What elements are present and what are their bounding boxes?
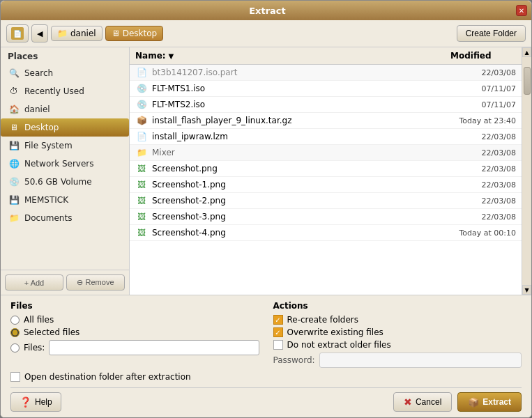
breadcrumb-daniel[interactable]: 📁 daniel — [51, 26, 102, 41]
file-icon: 🖼 — [135, 226, 148, 239]
close-button[interactable]: ✕ — [516, 5, 527, 16]
sidebar-item-memstick[interactable]: 💾 MEMSTICK — [1, 191, 129, 209]
sidebar-item-search[interactable]: 🔍 Search — [1, 64, 129, 82]
file-date: 07/11/07 — [439, 100, 516, 109]
bottom-buttons: ❓ Help ✖ Cancel 📦 Extract — [10, 387, 522, 412]
file-date: 07/11/07 — [439, 84, 516, 93]
main-area: Places 🔍 Search ⏱ Recently Used 🏠 daniel… — [1, 47, 531, 295]
files-section: Files All files Selected files Files: — [10, 301, 259, 368]
extract-button[interactable]: 📦 Extract — [457, 392, 522, 412]
table-row[interactable]: 🖼 Screenshot.png 22/03/08 — [130, 161, 522, 177]
all-files-label: All files — [24, 315, 54, 325]
file-name: install_flash_player_9_linux.tar.gz — [152, 116, 439, 125]
back-button[interactable]: ◀ — [31, 24, 48, 42]
remove-button[interactable]: ⊖ Remove — [66, 274, 125, 291]
help-button[interactable]: ❓ Help — [10, 392, 61, 412]
file-icon: 📁 — [135, 146, 148, 159]
breadcrumb-desktop-label: Desktop — [123, 29, 158, 38]
file-name: Screenshot-3.png — [152, 212, 439, 222]
file-name: FLT-MTS2.iso — [152, 100, 439, 109]
table-row[interactable]: 📄 install_ipwraw.lzm 22/03/08 — [130, 129, 522, 145]
bottom-area: Files All files Selected files Files: Ac… — [1, 295, 531, 417]
table-row[interactable]: 💿 FLT-MTS2.iso 07/11/07 — [130, 97, 522, 113]
desktop-icon: 🖥 — [112, 29, 120, 38]
sidebar: Places 🔍 Search ⏱ Recently Used 🏠 daniel… — [1, 47, 130, 295]
file-name: Screenshot-1.png — [152, 180, 439, 189]
recreate-folders-checkbox[interactable]: ✓ — [273, 315, 283, 325]
no-older-checkbox[interactable] — [273, 340, 283, 350]
files-pattern-radio[interactable] — [10, 343, 20, 353]
sidebar-item-desktop[interactable]: 🖥 Desktop — [1, 118, 129, 137]
file-date: 22/03/08 — [439, 164, 516, 173]
radio-selected-files: Selected files — [10, 327, 259, 337]
file-icon: 📦 — [135, 114, 148, 127]
file-icon: 💿 — [135, 98, 148, 111]
sidebar-item-network-servers[interactable]: 🌐 Network Servers — [1, 155, 129, 173]
table-row[interactable]: 🖼 Screenshot-4.png Today at 00:10 — [130, 225, 522, 241]
titlebar: Extract ✕ — [1, 1, 531, 20]
file-name: install_ipwraw.lzm — [152, 132, 439, 141]
bookmark-button[interactable]: 📄 — [6, 24, 29, 42]
sidebar-item-50gb-volume[interactable]: 💿 50.6 GB Volume — [1, 173, 129, 191]
all-files-radio[interactable] — [10, 316, 20, 325]
file-date: 22/03/08 — [439, 212, 516, 222]
breadcrumb-daniel-label: daniel — [70, 29, 96, 38]
file-list-scroll[interactable]: 📄 bt3b141207.iso.part 22/03/08 💿 FLT-MTS… — [130, 65, 522, 295]
table-row[interactable]: 🖼 Screenshot-3.png 22/03/08 — [130, 209, 522, 225]
files-pattern-input[interactable] — [49, 340, 259, 355]
desktop-sidebar-icon: 🖥 — [8, 121, 20, 134]
create-folder-button[interactable]: Create Folder — [457, 25, 526, 42]
overwrite-existing-checkbox[interactable]: ✓ — [273, 327, 283, 337]
sidebar-item-documents[interactable]: 📁 Documents — [1, 209, 129, 227]
file-name: bt3b141207.iso.part — [152, 68, 439, 77]
file-name: FLT-MTS1.iso — [152, 84, 439, 93]
open-destination-row: Open destination folder after extraction — [10, 372, 522, 382]
toolbar: 📄 ◀ 📁 daniel 🖥 Desktop Create Folder — [1, 20, 531, 47]
sidebar-item-recently-used[interactable]: ⏱ Recently Used — [1, 82, 129, 100]
memstick-icon: 💾 — [8, 194, 20, 206]
sidebar-filesystem-label: File System — [24, 141, 73, 150]
file-list-header: Name: ▼ Modified — [130, 47, 522, 65]
add-button[interactable]: + Add — [5, 274, 63, 291]
table-row[interactable]: 🖼 Screenshot-1.png 22/03/08 — [130, 177, 522, 193]
breadcrumb-desktop[interactable]: 🖥 Desktop — [105, 26, 164, 41]
sidebar-volume-label: 50.6 GB Volume — [24, 177, 92, 187]
password-input[interactable] — [319, 353, 522, 368]
recreate-folders-label: Re-create folders — [287, 315, 359, 325]
sidebar-item-daniel[interactable]: 🏠 daniel — [1, 100, 129, 118]
check-icon: ✓ — [275, 316, 280, 324]
sidebar-footer: + Add ⊖ Remove — [1, 270, 129, 295]
sidebar-memstick-label: MEMSTICK — [24, 195, 68, 205]
sidebar-documents-label: Documents — [24, 213, 72, 223]
sidebar-scroll: 🔍 Search ⏱ Recently Used 🏠 daniel 🖥 Desk… — [1, 64, 129, 270]
cancel-icon: ✖ — [404, 396, 412, 408]
scroll-up-arrow[interactable]: ▲ — [522, 47, 531, 57]
no-older-row: Do not extract older files — [273, 340, 522, 350]
selected-files-radio[interactable] — [10, 328, 20, 337]
file-date: 22/03/08 — [439, 68, 516, 77]
recently-used-icon: ⏱ — [8, 85, 20, 98]
scroll-down-arrow[interactable]: ▼ — [522, 285, 531, 295]
no-older-label: Do not extract older files — [287, 340, 391, 350]
file-icon: 🖼 — [135, 210, 148, 223]
scroll-thumb[interactable] — [524, 67, 531, 95]
file-list-header-name[interactable]: Name: ▼ — [130, 49, 445, 62]
table-row[interactable]: 📄 bt3b141207.iso.part 22/03/08 — [130, 65, 522, 81]
table-row[interactable]: 💿 FLT-MTS1.iso 07/11/07 — [130, 81, 522, 97]
check-icon: ✓ — [275, 329, 280, 336]
open-dest-checkbox[interactable] — [10, 372, 20, 382]
file-date: 22/03/08 — [439, 132, 516, 141]
overwrite-existing-row: ✓ Overwrite existing files — [273, 327, 522, 337]
scrollbar-vertical[interactable]: ▲ ▼ — [522, 47, 531, 295]
sidebar-item-file-system[interactable]: 💾 File System — [1, 137, 129, 155]
sidebar-header: Places — [1, 47, 129, 64]
actions-section-title: Actions — [273, 301, 522, 311]
cancel-button[interactable]: ✖ Cancel — [393, 392, 452, 412]
table-row[interactable]: 📁 Mixer 22/03/08 — [130, 145, 522, 161]
table-row[interactable]: 📦 install_flash_player_9_linux.tar.gz To… — [130, 113, 522, 129]
file-date: 22/03/08 — [439, 148, 516, 157]
file-date: Today at 23:40 — [439, 116, 516, 125]
table-row[interactable]: 🖼 Screenshot-2.png 22/03/08 — [130, 193, 522, 209]
sidebar-desktop-label: Desktop — [24, 123, 59, 132]
filesystem-icon: 💾 — [8, 139, 20, 152]
